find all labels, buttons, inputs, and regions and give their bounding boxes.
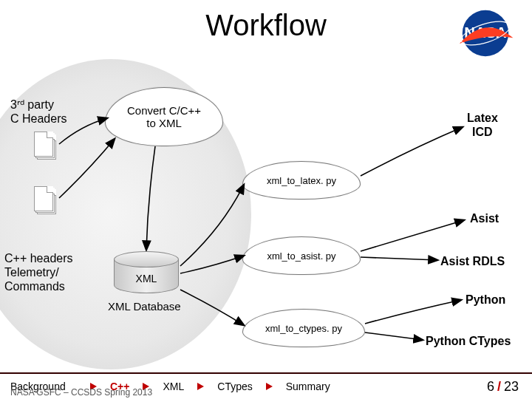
page-total: 23 bbox=[504, 379, 519, 394]
cloud-xml-to-ctypes: xml_to_ctypes. py bbox=[242, 309, 365, 347]
nav-xml[interactable]: XML bbox=[163, 381, 184, 392]
xml-database-caption: XML Database bbox=[108, 300, 181, 313]
page-current: 6 bbox=[487, 379, 494, 394]
nav-sep-icon bbox=[197, 383, 204, 390]
cloud-xml-to-asist: xml_to_asist. py bbox=[242, 236, 361, 275]
label-latex-icd: Latex ICD bbox=[467, 111, 498, 139]
label-python: Python bbox=[466, 293, 505, 307]
doc-icon bbox=[34, 132, 56, 160]
label-third-party: 3ʳᵈ party C Headers bbox=[10, 98, 66, 126]
nav-summary[interactable]: Summary bbox=[286, 381, 330, 392]
slide: Workflow NASA 3ʳᵈ party C Headers C++ he… bbox=[0, 0, 532, 399]
footer-subtitle: NASA GSFC – CCSDS Spring 2013 bbox=[10, 387, 152, 398]
label-asist: Asist bbox=[470, 211, 499, 225]
label-cpp-headers: C++ headers Telemetry/ Commands bbox=[4, 251, 73, 294]
label-python-ctypes: Python CTypes bbox=[426, 334, 511, 348]
page-number: 6/23 bbox=[487, 379, 519, 395]
label-asist-rdls: Asist RDLS bbox=[440, 254, 505, 268]
nav-ctypes[interactable]: CTypes bbox=[217, 381, 252, 392]
page-title: Workflow bbox=[0, 9, 532, 42]
xml-cyl-label: XML bbox=[136, 273, 157, 284]
nav-sep-icon bbox=[266, 383, 273, 390]
doc-icon bbox=[34, 186, 56, 214]
cloud-xml-to-latex: xml_to_latex. py bbox=[242, 161, 361, 200]
nasa-logo: NASA bbox=[457, 9, 514, 58]
xml-database-cylinder: XML bbox=[114, 251, 179, 293]
